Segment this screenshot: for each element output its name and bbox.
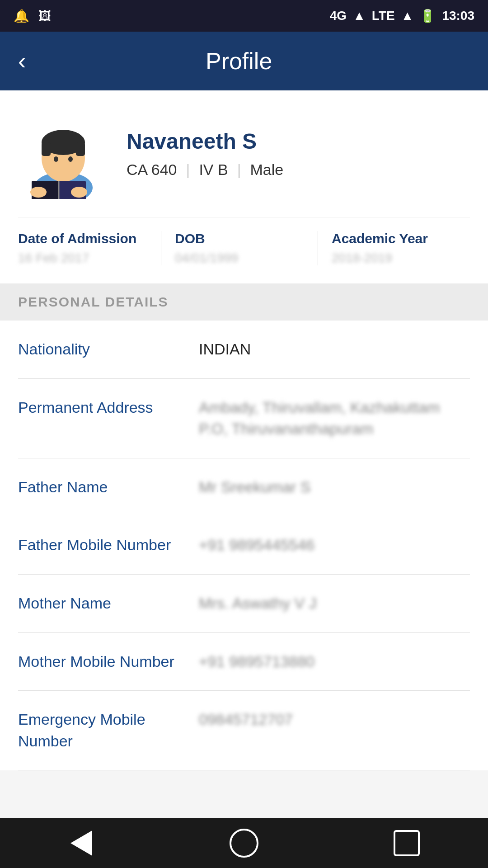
detail-label: Emergency Mobile Number bbox=[18, 709, 190, 752]
detail-value: Mrs. Aswathy V J bbox=[199, 593, 470, 614]
separator-1: | bbox=[186, 161, 190, 179]
detail-label: Mother Mobile Number bbox=[18, 651, 190, 673]
detail-value: +91 9895713880 bbox=[199, 651, 470, 673]
date-of-admission: Date of Admission 16 Feb 2017 bbox=[18, 231, 156, 265]
status-right: 4G ▲ LTE ▲ 🔋 13:03 bbox=[330, 9, 474, 24]
nav-home-button[interactable] bbox=[221, 821, 267, 866]
academic-year-value: 2018-2019 bbox=[332, 251, 470, 265]
detail-value: INDIAN bbox=[199, 339, 470, 360]
profile-dates: Date of Admission 16 Feb 2017 DOB 04/01/… bbox=[18, 217, 470, 265]
svg-point-8 bbox=[68, 156, 73, 162]
svg-rect-5 bbox=[42, 142, 51, 156]
avatar bbox=[18, 108, 108, 199]
student-gender: Male bbox=[250, 161, 283, 179]
student-section: IV B bbox=[199, 161, 228, 179]
student-name: Navaneeth S bbox=[127, 129, 470, 154]
time-display: 13:03 bbox=[442, 9, 474, 23]
detail-label: Father Mobile Number bbox=[18, 534, 190, 556]
status-bar: 🔔 🖼 4G ▲ LTE ▲ 🔋 13:03 bbox=[0, 0, 488, 32]
academic-year-label: Academic Year bbox=[332, 231, 470, 246]
detail-row: Father Mobile Number+91 9895445546 bbox=[18, 516, 470, 575]
image-icon: 🖼 bbox=[38, 9, 51, 24]
detail-label: Father Name bbox=[18, 476, 190, 498]
detail-label: Mother Name bbox=[18, 593, 190, 614]
page-title: Profile bbox=[44, 47, 434, 75]
signal-bars: ▲ bbox=[353, 9, 366, 23]
detail-value: +91 9895445546 bbox=[199, 534, 470, 556]
date-of-birth: DOB 04/01/1999 bbox=[161, 231, 313, 265]
admission-value: 16 Feb 2017 bbox=[18, 251, 156, 265]
student-meta: CA 640 | IV B | Male bbox=[127, 161, 470, 179]
detail-value: Mr Sreekumar S bbox=[199, 476, 470, 498]
back-button[interactable]: ‹ bbox=[18, 47, 26, 75]
student-roll: CA 640 bbox=[127, 161, 177, 179]
detail-row: Emergency Mobile Number09845712707 bbox=[18, 691, 470, 770]
details-list: NationalityINDIANPermanent AddressAmbady… bbox=[0, 321, 488, 770]
nav-back-button[interactable] bbox=[59, 821, 104, 866]
header: ‹ Profile bbox=[0, 32, 488, 90]
lte-bars: ▲ bbox=[401, 9, 414, 23]
avatar-svg bbox=[18, 108, 108, 199]
svg-point-7 bbox=[54, 156, 58, 162]
detail-row: Mother Mobile Number+91 9895713880 bbox=[18, 633, 470, 691]
dob-value: 04/01/1999 bbox=[175, 251, 313, 265]
notification-icon: 🔔 bbox=[14, 9, 29, 24]
detail-row: Permanent AddressAmbady, Thiruvallam, Ka… bbox=[18, 379, 470, 458]
nav-bar bbox=[0, 818, 488, 868]
profile-top: Navaneeth S CA 640 | IV B | Male bbox=[18, 108, 470, 199]
main-content: Navaneeth S CA 640 | IV B | Male Date of… bbox=[0, 90, 488, 820]
profile-info: Navaneeth S CA 640 | IV B | Male bbox=[127, 129, 470, 179]
admission-label: Date of Admission bbox=[18, 231, 156, 246]
battery-icon: 🔋 bbox=[420, 9, 436, 24]
detail-value: Ambady, Thiruvallam, Kazhakuttam P.O, Th… bbox=[199, 397, 470, 440]
dob-label: DOB bbox=[175, 231, 313, 246]
status-left: 🔔 🖼 bbox=[14, 9, 51, 24]
academic-year: Academic Year 2018-2019 bbox=[318, 231, 470, 265]
nav-recent-button[interactable] bbox=[384, 821, 429, 866]
detail-row: Father NameMr Sreekumar S bbox=[18, 458, 470, 517]
svg-point-13 bbox=[71, 187, 87, 198]
profile-card: Navaneeth S CA 640 | IV B | Male Date of… bbox=[0, 90, 488, 283]
detail-row: Mother NameMrs. Aswathy V J bbox=[18, 575, 470, 633]
detail-label: Nationality bbox=[18, 339, 190, 360]
signal-4g: 4G bbox=[330, 9, 347, 23]
detail-row: NationalityINDIAN bbox=[18, 321, 470, 379]
svg-point-12 bbox=[30, 187, 47, 198]
svg-rect-6 bbox=[76, 142, 85, 156]
separator-2: | bbox=[237, 161, 241, 179]
detail-label: Permanent Address bbox=[18, 397, 190, 419]
detail-value: 09845712707 bbox=[199, 709, 470, 731]
lte-label: LTE bbox=[372, 9, 395, 23]
personal-details-header: PERSONAL DETAILS bbox=[0, 283, 488, 321]
